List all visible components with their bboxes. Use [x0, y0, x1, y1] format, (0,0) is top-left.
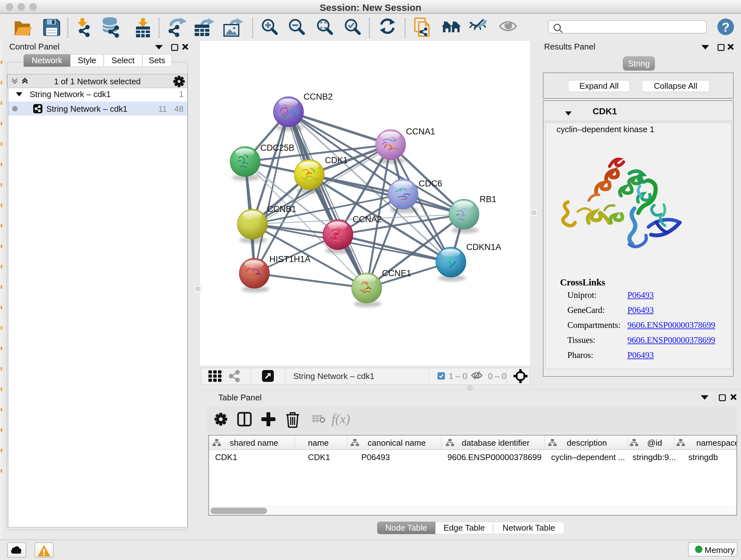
svg-text:CCNA2: CCNA2	[353, 214, 382, 224]
svg-text:CDC6: CDC6	[419, 179, 442, 188]
svg-text:CCNA1: CCNA1	[406, 127, 435, 136]
svg-text:HIST1H1A: HIST1H1A	[269, 254, 311, 264]
svg-text:CCNE1: CCNE1	[382, 268, 411, 278]
svg-text:CCNB1: CCNB1	[267, 204, 296, 214]
svg-text:CDC25B: CDC25B	[260, 143, 294, 152]
svg-text:RB1: RB1	[480, 194, 496, 204]
svg-text:CDKN1A: CDKN1A	[466, 242, 501, 252]
svg-text:CCNB2: CCNB2	[304, 92, 333, 102]
svg-text:f(x): f(x)	[332, 412, 350, 427]
svg-text:CDK1: CDK1	[325, 155, 348, 165]
